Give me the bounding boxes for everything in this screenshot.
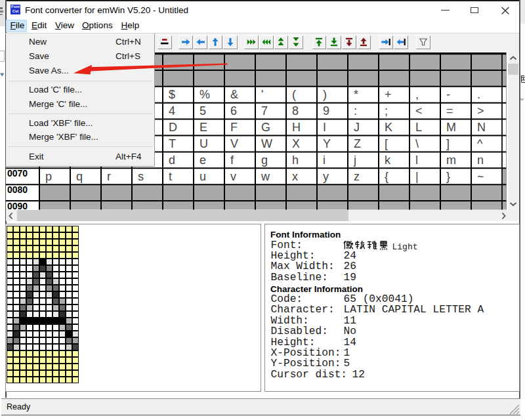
svg-text:j: j bbox=[353, 154, 356, 167]
svg-text:4: 4 bbox=[169, 104, 175, 117]
svg-text:*: * bbox=[354, 88, 358, 101]
svg-text:N: N bbox=[477, 121, 486, 134]
svg-text:v: v bbox=[230, 170, 236, 183]
svg-text:[: [ bbox=[385, 137, 388, 150]
svg-text:m: m bbox=[446, 154, 456, 167]
svg-text:y: y bbox=[323, 170, 329, 183]
svg-text:{: { bbox=[385, 170, 388, 183]
svg-text:]: ] bbox=[446, 137, 450, 150]
svg-text:9: 9 bbox=[323, 104, 329, 117]
svg-text:): ) bbox=[323, 88, 327, 101]
svg-text:8: 8 bbox=[292, 104, 299, 117]
svg-text:F: F bbox=[230, 121, 238, 134]
svg-text:=: = bbox=[446, 104, 453, 117]
svg-text:T: T bbox=[169, 137, 176, 150]
svg-text:e: e bbox=[200, 154, 206, 167]
svg-text:|: | bbox=[415, 170, 419, 183]
svg-text:J: J bbox=[354, 121, 360, 134]
svg-text:q: q bbox=[76, 170, 83, 183]
svg-text:+: + bbox=[385, 88, 392, 101]
svg-text:x: x bbox=[292, 170, 298, 183]
svg-text:W: W bbox=[261, 137, 272, 150]
svg-text:&: & bbox=[230, 88, 238, 101]
svg-text:': ' bbox=[261, 88, 263, 101]
svg-text:0090: 0090 bbox=[7, 201, 28, 210]
svg-text:I: I bbox=[323, 121, 326, 134]
svg-text:G: G bbox=[261, 121, 270, 134]
svg-text:;: ; bbox=[385, 104, 388, 117]
svg-text:D: D bbox=[169, 121, 177, 134]
svg-text::: : bbox=[354, 104, 357, 117]
svg-text:.: . bbox=[477, 88, 480, 101]
svg-text:k: k bbox=[385, 154, 391, 167]
svg-text:g: g bbox=[261, 154, 268, 167]
svg-text:7: 7 bbox=[261, 104, 268, 117]
svg-text:-: - bbox=[446, 88, 450, 101]
svg-text:(: ( bbox=[292, 88, 296, 101]
svg-text:n: n bbox=[477, 154, 484, 167]
svg-text:}: } bbox=[446, 170, 450, 183]
svg-text:$: $ bbox=[169, 88, 175, 101]
svg-text:0080: 0080 bbox=[7, 184, 28, 195]
svg-text:z: z bbox=[354, 170, 360, 183]
svg-text:Z: Z bbox=[354, 137, 361, 150]
svg-text:5: 5 bbox=[200, 104, 206, 117]
svg-text:X: X bbox=[292, 137, 300, 150]
svg-text:^: ^ bbox=[477, 137, 483, 150]
svg-text:p: p bbox=[45, 170, 52, 183]
svg-text:>: > bbox=[477, 104, 484, 117]
svg-text:d: d bbox=[169, 154, 175, 167]
svg-text:L: L bbox=[415, 121, 422, 134]
svg-text:E: E bbox=[200, 121, 207, 134]
svg-text:u: u bbox=[200, 170, 206, 183]
svg-text:V: V bbox=[230, 137, 238, 150]
svg-text:,: , bbox=[415, 88, 419, 101]
svg-text:H: H bbox=[292, 121, 301, 134]
svg-text:0070: 0070 bbox=[7, 168, 28, 178]
svg-text:i: i bbox=[323, 154, 326, 167]
svg-text:\: \ bbox=[415, 137, 419, 150]
svg-text:<: < bbox=[415, 104, 423, 117]
svg-text:h: h bbox=[292, 154, 299, 167]
svg-text:%: % bbox=[200, 88, 210, 101]
svg-text:U: U bbox=[200, 137, 208, 150]
svg-text:s: s bbox=[138, 170, 144, 183]
svg-text:l: l bbox=[415, 154, 418, 167]
svg-text:w: w bbox=[261, 170, 270, 183]
svg-text:t: t bbox=[169, 170, 172, 183]
svg-text:~: ~ bbox=[477, 170, 484, 183]
svg-text:M: M bbox=[446, 121, 456, 134]
svg-text:6: 6 bbox=[230, 104, 237, 117]
svg-text:Y: Y bbox=[323, 137, 331, 150]
svg-text:K: K bbox=[385, 121, 392, 134]
svg-text:r: r bbox=[107, 170, 111, 183]
